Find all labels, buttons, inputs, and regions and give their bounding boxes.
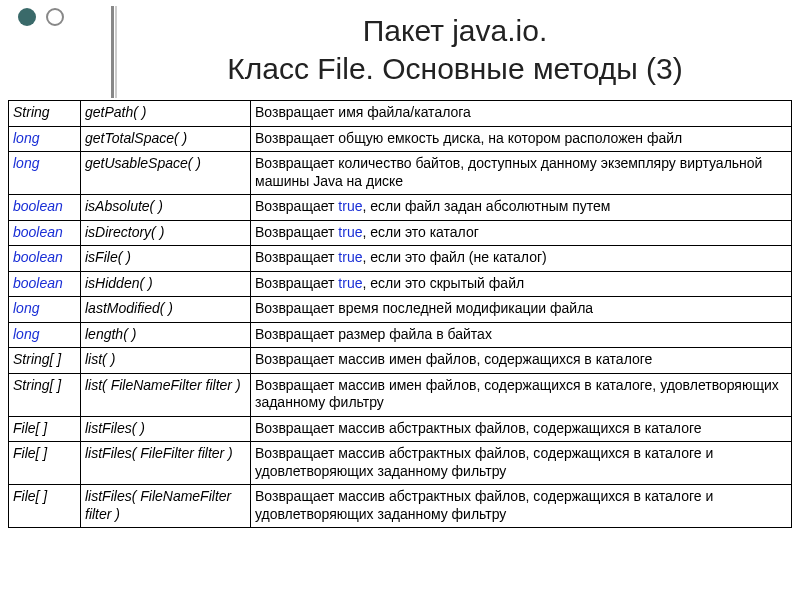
method-signature: getUsableSpace( ) (81, 152, 251, 195)
table-row: longgetTotalSpace( )Возвращает общую емк… (9, 126, 792, 152)
page-title: Пакет java.io. Класс File. Основные мето… (130, 12, 780, 87)
return-type: long (9, 322, 81, 348)
return-type: File[ ] (9, 485, 81, 528)
table-row: File[ ]listFiles( FileNameFilter filter … (9, 485, 792, 528)
table-row: longlength( )Возвращает размер файла в б… (9, 322, 792, 348)
method-signature: listFiles( FileNameFilter filter ) (81, 485, 251, 528)
table-row: String[ ]list( FileNameFilter filter )Во… (9, 373, 792, 416)
return-type: long (9, 126, 81, 152)
return-type: String[ ] (9, 348, 81, 374)
method-signature: listFiles( FileFilter filter ) (81, 442, 251, 485)
return-type: boolean (9, 271, 81, 297)
title-line-2: Класс File. Основные методы (3) (130, 50, 780, 88)
table-row: booleanisFile( )Возвращает true, если эт… (9, 246, 792, 272)
method-signature: isHidden( ) (81, 271, 251, 297)
method-signature: list( FileNameFilter filter ) (81, 373, 251, 416)
return-type: File[ ] (9, 442, 81, 485)
dot-outline-icon (46, 8, 64, 26)
method-signature: isFile( ) (81, 246, 251, 272)
return-type: long (9, 297, 81, 323)
return-type: boolean (9, 220, 81, 246)
method-description: Возвращает размер файла в байтах (251, 322, 792, 348)
return-type: boolean (9, 246, 81, 272)
method-signature: list( ) (81, 348, 251, 374)
method-signature: getPath( ) (81, 101, 251, 127)
return-type: String[ ] (9, 373, 81, 416)
method-description: Возвращает время последней модификации ф… (251, 297, 792, 323)
method-signature: lastModified( ) (81, 297, 251, 323)
method-description: Возвращает общую емкость диска, на котор… (251, 126, 792, 152)
method-signature: length( ) (81, 322, 251, 348)
method-description: Возвращает true, если это каталог (251, 220, 792, 246)
table-row: File[ ]listFiles( FileFilter filter )Воз… (9, 442, 792, 485)
table-row: booleanisAbsolute( )Возвращает true, есл… (9, 195, 792, 221)
method-description: Возвращает количество байтов, доступных … (251, 152, 792, 195)
method-signature: isDirectory( ) (81, 220, 251, 246)
table-row: File[ ]listFiles( )Возвращает массив абс… (9, 416, 792, 442)
method-signature: isAbsolute( ) (81, 195, 251, 221)
table-row: booleanisHidden( )Возвращает true, если … (9, 271, 792, 297)
method-description: Возвращает массив абстрактных файлов, со… (251, 442, 792, 485)
method-signature: listFiles( ) (81, 416, 251, 442)
method-description: Возвращает массив имен файлов, содержащи… (251, 373, 792, 416)
decor-dots (18, 8, 64, 26)
method-description: Возвращает true, если это файл (не катал… (251, 246, 792, 272)
table-row: StringgetPath( )Возвращает имя файла/кат… (9, 101, 792, 127)
methods-table: StringgetPath( )Возвращает имя файла/кат… (8, 100, 792, 528)
method-description: Возвращает массив абстрактных файлов, со… (251, 416, 792, 442)
title-line-1: Пакет java.io. (130, 12, 780, 50)
vertical-rule-shadow-icon (115, 6, 117, 98)
table-row: String[ ]list( )Возвращает массив имен ф… (9, 348, 792, 374)
method-description: Возвращает массив абстрактных файлов, со… (251, 485, 792, 528)
table-row: longlastModified( )Возвращает время посл… (9, 297, 792, 323)
method-description: Возвращает true, если это скрытый файл (251, 271, 792, 297)
return-type: boolean (9, 195, 81, 221)
return-type: String (9, 101, 81, 127)
method-description: Возвращает имя файла/каталога (251, 101, 792, 127)
return-type: long (9, 152, 81, 195)
method-description: Возвращает массив имен файлов, содержащи… (251, 348, 792, 374)
dot-filled-icon (18, 8, 36, 26)
method-signature: getTotalSpace( ) (81, 126, 251, 152)
return-type: File[ ] (9, 416, 81, 442)
table-row: booleanisDirectory( )Возвращает true, ес… (9, 220, 792, 246)
vertical-rule-icon (111, 6, 114, 98)
table-row: longgetUsableSpace( )Возвращает количест… (9, 152, 792, 195)
method-description: Возвращает true, если файл задан абсолют… (251, 195, 792, 221)
